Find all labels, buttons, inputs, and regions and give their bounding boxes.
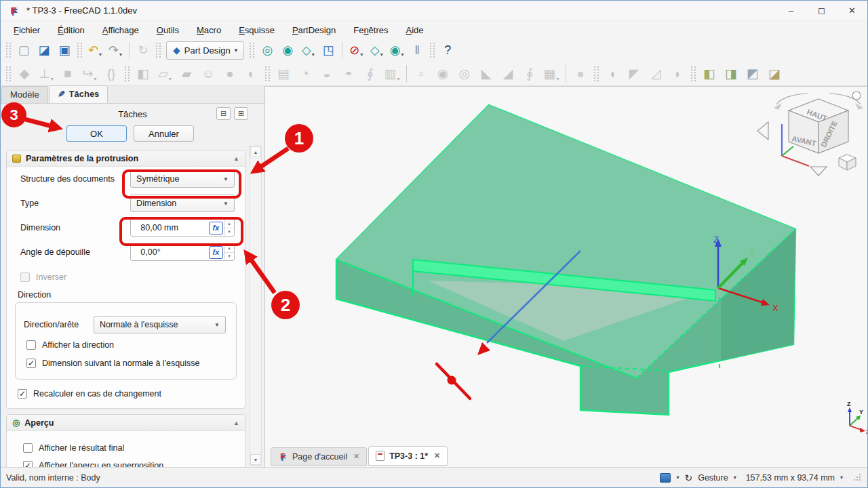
taper-spinner[interactable]: ▲ ▼ (224, 244, 234, 260)
toolbar-drag-handle[interactable] (6, 66, 11, 81)
length-type-combobox[interactable]: Dimension ▼ (130, 195, 235, 212)
toolbar-drag-handle[interactable] (250, 43, 254, 58)
spin-down-icon[interactable]: ▼ (224, 228, 234, 237)
chevron-down-icon[interactable]: ▾ (380, 52, 383, 60)
menu-fenetres[interactable]: Fenêtres (344, 23, 397, 37)
menu-fichier[interactable]: Fichier (5, 23, 49, 37)
show-direction-checkbox[interactable] (26, 340, 36, 350)
view-isometric-button[interactable]: ◇▾ (298, 41, 317, 60)
zoom-selection-button[interactable]: ◉ (278, 41, 297, 60)
minimize-button[interactable]: – (776, 1, 806, 20)
tab-tp3-3[interactable]: TP3-3 : 1* ✕ (368, 446, 448, 466)
polar-pattern-button[interactable]: ◩ (743, 64, 763, 84)
direction-arrowhead[interactable] (477, 342, 490, 355)
float-window-icon[interactable]: ⊞ (234, 107, 248, 120)
dimension-spinner[interactable]: ▲ ▼ (224, 220, 234, 236)
chevron-down-icon[interactable]: ▾ (360, 52, 363, 60)
menu-macro[interactable]: Macro (188, 23, 230, 37)
chevron-down-icon[interactable]: ▾ (734, 474, 736, 481)
menu-affichage[interactable]: Affichage (94, 23, 148, 37)
toolbar-drag-handle[interactable] (691, 66, 696, 81)
navigation-cube[interactable]: HAUT AVANT DROITE (757, 92, 868, 176)
chevron-down-icon[interactable]: ▾ (401, 52, 404, 60)
close-icon[interactable]: ✕ (353, 452, 359, 461)
collapse-icon[interactable]: ▲ (233, 155, 239, 162)
mini-y-label: Y (859, 409, 863, 415)
tab-page-accueil[interactable]: F Page d'accueil ✕ (271, 447, 367, 466)
toolbar-drag-handle[interactable] (125, 66, 130, 81)
taper-input[interactable]: 0,00° fx ▲ ▼ (130, 243, 235, 261)
workbench-selector[interactable]: ◆Part Design▾ (166, 41, 244, 60)
chevron-down-icon[interactable]: ▾ (94, 76, 96, 84)
toolbar-drag-handle[interactable] (265, 66, 270, 81)
chevron-down-icon[interactable]: ▾ (51, 76, 54, 84)
resize-grip[interactable] (852, 474, 861, 482)
type-combobox[interactable]: Symétrique ▼ (130, 170, 235, 188)
panel-scrollbar[interactable]: ▲ ▼ (250, 146, 262, 466)
menu-edition[interactable]: Édition (49, 23, 94, 37)
overlay-preview-checkbox[interactable]: ✓ (23, 461, 33, 467)
toolbar-drag-handle[interactable] (6, 43, 11, 58)
menu-partdesign[interactable]: PartDesign (283, 23, 344, 37)
mirrored-button[interactable]: ◧ (699, 64, 719, 84)
chevron-down-icon[interactable]: ▾ (556, 76, 559, 84)
whats-this-button[interactable]: ? (438, 41, 457, 60)
formula-editor-icon[interactable]: fx (209, 246, 223, 259)
view-align-button[interactable]: ◳ (319, 41, 338, 60)
measure-button[interactable]: ‖ (408, 41, 427, 60)
spin-down-icon[interactable]: ▼ (224, 253, 234, 261)
close-button[interactable]: ✕ (837, 1, 867, 20)
chevron-down-icon[interactable]: ▾ (397, 76, 399, 84)
toolbar-drag-handle[interactable] (430, 43, 435, 58)
chevron-down-icon[interactable]: ▾ (676, 474, 679, 481)
scroll-up-icon[interactable]: ▲ (250, 146, 261, 157)
maximize-button[interactable]: ◻ (806, 1, 837, 20)
formula-editor-icon[interactable]: fx (209, 222, 223, 235)
zoom-dynamic-button[interactable]: ◉▾ (387, 41, 406, 60)
clipping-plane-button[interactable]: ⊘▾ (347, 41, 366, 60)
undo-button[interactable]: ↶▾ (85, 41, 104, 60)
along-normal-checkbox[interactable]: ✓ (26, 359, 36, 368)
menu-outils[interactable]: Outils (148, 23, 188, 37)
spin-up-icon[interactable]: ▲ (224, 244, 234, 253)
tab-modele[interactable]: Modèle (1, 86, 48, 103)
new-file-button[interactable]: ▢ (14, 41, 33, 60)
direction-edge-combobox[interactable]: Normale à l'esquisse ▼ (94, 316, 226, 333)
save-button[interactable]: ▣ (55, 41, 74, 60)
navigation-style-label[interactable]: Gesture (698, 473, 728, 483)
collapse-icon[interactable]: ▲ (233, 420, 239, 426)
chevron-down-icon[interactable]: ▾ (119, 52, 122, 60)
redo-button[interactable]: ↷▾ (106, 41, 125, 60)
scroll-down-icon[interactable]: ▼ (250, 454, 261, 465)
toolbar-drag-handle[interactable] (594, 66, 599, 81)
menu-aide[interactable]: Aide (397, 23, 433, 37)
menu-esquisse[interactable]: Esquisse (230, 23, 283, 37)
zoom-fit-all-button[interactable]: ◎ (258, 41, 277, 60)
view-dimensions[interactable]: 157,53 mm x 93,74 mm (746, 473, 835, 483)
toolbar-drag-handle[interactable] (156, 43, 161, 58)
spin-up-icon[interactable]: ▲ (224, 220, 234, 228)
ok-button[interactable]: OK (66, 125, 127, 142)
dimension-input[interactable]: 80,00 mm fx ▲ ▼ (130, 219, 235, 237)
close-icon[interactable]: ✕ (434, 451, 440, 460)
selection-style-icon[interactable] (660, 473, 671, 483)
chevron-down-icon[interactable]: ▾ (840, 474, 843, 481)
chevron-down-icon[interactable]: ▾ (312, 52, 315, 60)
final-result-checkbox[interactable] (23, 443, 33, 453)
tab-taches[interactable]: ✎ Tâches (49, 85, 108, 103)
preview-section-header[interactable]: ◎ Aperçu ▲ (7, 415, 245, 431)
overlay-toggle-icon[interactable]: ⊟ (216, 107, 231, 120)
direction-handle-dot[interactable] (448, 376, 456, 385)
chevron-down-icon[interactable]: ▾ (99, 52, 102, 60)
update-view-checkbox[interactable]: ✓ (18, 389, 27, 399)
toolbar-drag-handle[interactable] (77, 43, 82, 58)
multi-transform-button[interactable]: ◪ (764, 64, 785, 84)
view-cube-select-button[interactable]: ◇▾ (367, 41, 386, 60)
open-folder-button[interactable]: ◪ (35, 41, 54, 60)
chevron-down-icon[interactable]: ▾ (169, 76, 172, 84)
cancel-button[interactable]: Annuler (134, 125, 194, 142)
3d-viewport[interactable]: Z X Y (265, 86, 867, 467)
protrusion-section-header[interactable]: Paramètres de la protrusion ▲ (7, 150, 245, 167)
linear-pattern-button[interactable]: ◨ (721, 64, 741, 84)
view-align-icon: ◳ (323, 44, 334, 56)
